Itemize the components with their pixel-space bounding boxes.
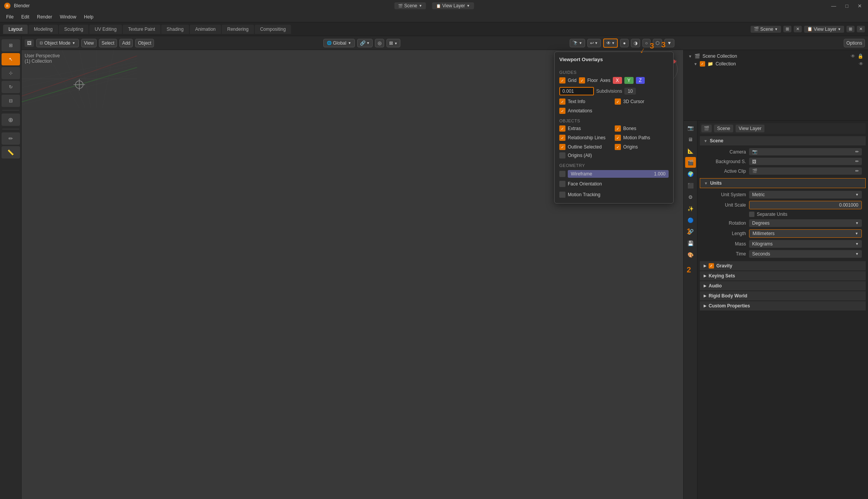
tab-compositing[interactable]: Compositing (255, 25, 291, 34)
motion-tracking-checkbox[interactable] (559, 192, 565, 198)
scene-props-icon[interactable]: 🎬 (685, 157, 696, 168)
modifier-props-icon[interactable]: ⚙ (685, 192, 696, 202)
gizmo-menu[interactable]: 🔭 ▼ (570, 39, 585, 47)
scale-tool[interactable]: ⊟ (2, 95, 20, 107)
maximize-button[interactable]: □ (843, 2, 851, 10)
custom-properties-header[interactable]: ▶ Custom Properties (700, 301, 866, 310)
menu-window[interactable]: Window (57, 13, 79, 21)
transform-space-dropdown[interactable]: 🌐 Global ▼ (323, 39, 355, 47)
keying-sets-header[interactable]: ▶ Keying Sets (700, 271, 866, 280)
cursor-3d-checkbox[interactable] (615, 98, 621, 105)
tab-uv-editing[interactable]: UV Editing (89, 25, 122, 34)
viewport-select-menu[interactable]: Select (99, 39, 117, 47)
grid-checkbox[interactable] (559, 77, 565, 83)
wireframe-shading[interactable]: ⬡ (653, 39, 662, 47)
annotations-checkbox[interactable] (559, 108, 565, 114)
menu-help[interactable]: Help (81, 13, 97, 21)
view-layer-props-icon[interactable]: 📐 (685, 145, 696, 156)
tab-texture-paint[interactable]: Texture Paint (123, 25, 161, 34)
props-view-layer-label[interactable]: View Layer (736, 125, 764, 132)
tab-rendering[interactable]: Rendering (222, 25, 254, 34)
viewport-view-menu[interactable]: View (81, 39, 97, 47)
origins-all-checkbox[interactable] (559, 152, 565, 159)
rotation-dropdown[interactable]: Degrees ▼ (749, 219, 862, 227)
scene-section-header[interactable]: ▼ Scene (700, 136, 866, 145)
tab-modeling[interactable]: Modeling (28, 25, 58, 34)
solid-shading[interactable]: ● (620, 39, 628, 47)
scene-collection-item[interactable]: ▼ 🎬 Scene Collection 👁 🔒 (686, 52, 866, 60)
physics-props-icon[interactable]: 🔵 (685, 215, 696, 225)
object-props-icon[interactable]: ⬛ (685, 180, 696, 191)
collection-checkbox[interactable]: ✓ (700, 61, 705, 67)
floor-checkbox[interactable] (579, 77, 585, 83)
origins-checkbox[interactable] (615, 144, 621, 150)
world-props-icon[interactable]: 🌍 (685, 169, 696, 179)
scene-restrict-icon[interactable]: 🔒 (858, 53, 863, 59)
delete-scene-button[interactable]: ✕ (794, 26, 802, 32)
unit-system-dropdown[interactable]: Metric ▼ (749, 191, 862, 199)
tab-layout[interactable]: Layout (3, 25, 28, 34)
extras-checkbox[interactable] (559, 125, 565, 132)
move-tool[interactable]: ⊹ (2, 67, 20, 79)
editor-type-icon[interactable]: 🖼 (25, 39, 34, 47)
rotate-tool[interactable]: ↻ (2, 81, 20, 93)
menu-render[interactable]: Render (34, 13, 55, 21)
length-dropdown[interactable]: Millimeters ▼ (749, 229, 862, 238)
rigid-body-world-header[interactable]: ▶ Rigid Body World (700, 291, 866, 300)
viewport-display-mode[interactable]: ↩ ▼ (587, 39, 601, 47)
gravity-section-header[interactable]: ▶ ✓ Gravity (700, 261, 866, 270)
motion-paths-checkbox[interactable] (615, 135, 621, 141)
cursor-tool[interactable]: ↖ (2, 53, 20, 65)
annotate-tool[interactable]: ✏ (2, 132, 20, 145)
viewport-add-menu[interactable]: Add (119, 39, 133, 47)
face-orientation-checkbox[interactable] (559, 181, 565, 187)
active-clip-dropdown[interactable]: 🎬 ✏ (749, 167, 862, 175)
text-info-checkbox[interactable] (559, 98, 565, 105)
options-dropdown[interactable]: Options (844, 39, 865, 47)
time-dropdown[interactable]: Seconds ▼ (749, 250, 862, 258)
viewport-overlays-button[interactable]: 👁 ▼ (603, 38, 618, 48)
axis-z-button[interactable]: Z (636, 77, 645, 84)
units-section-header[interactable]: ▼ Units (700, 178, 866, 188)
overlay-dropdown[interactable]: ⊠ ▼ (386, 39, 400, 47)
tab-shading[interactable]: Shading (161, 25, 189, 34)
view-layer-dropdown[interactable]: 📋 View Layer ▼ (432, 2, 474, 9)
tab-animation[interactable]: Animation (190, 25, 221, 34)
new-view-layer-button[interactable]: ⊞ (846, 26, 855, 32)
collection-item[interactable]: ▼ ✓ 📁 Collection 👁 (686, 60, 866, 68)
separate-units-checkbox[interactable] (749, 212, 754, 217)
relationship-lines-checkbox[interactable] (559, 135, 565, 141)
render-props-icon[interactable]: 📷 (685, 122, 696, 133)
audio-header[interactable]: ▶ Audio (700, 281, 866, 290)
outline-selected-checkbox[interactable] (559, 144, 565, 150)
select-box-tool[interactable]: ⊞ (2, 39, 20, 52)
bg-shaders-dropdown[interactable]: 🖼 ✏ (749, 158, 862, 165)
data-props-icon[interactable]: 💾 (685, 238, 696, 249)
material-shading[interactable]: ◑ (631, 39, 640, 47)
camera-dropdown[interactable]: 📷 ✏ (749, 148, 862, 155)
close-button[interactable]: ✕ (855, 2, 864, 10)
menu-edit[interactable]: Edit (18, 13, 32, 21)
3d-cursor-tool[interactable]: ⊕ (2, 113, 20, 126)
scene-eye-icon[interactable]: 👁 (851, 53, 855, 59)
bones-checkbox[interactable] (615, 125, 621, 132)
props-scene-label[interactable]: Scene (714, 125, 733, 132)
gravity-checkbox[interactable]: ✓ (709, 263, 714, 269)
proportional-editing[interactable]: ◎ (375, 39, 384, 47)
menu-file[interactable]: File (3, 13, 17, 21)
view-layer-dropdown-top[interactable]: 📋 View Layer ▼ (804, 26, 844, 33)
wireframe-checkbox[interactable] (559, 171, 565, 177)
props-header-icon[interactable]: 🎬 (701, 125, 712, 132)
shading-options[interactable]: ▼ (664, 39, 674, 47)
scale-input[interactable] (559, 87, 594, 95)
new-scene-button[interactable]: ⊞ (783, 26, 791, 32)
delete-view-layer-button[interactable]: ✕ (857, 26, 865, 32)
minimize-button[interactable]: — (829, 2, 838, 10)
axis-x-button[interactable]: X (613, 77, 622, 84)
material-props-icon[interactable]: 🎨 (685, 249, 696, 260)
viewport-object-menu[interactable]: Object (135, 39, 154, 47)
axis-y-button[interactable]: Y (624, 77, 634, 84)
measure-tool[interactable]: 📏 (2, 146, 20, 159)
particles-props-icon[interactable]: ✨ (685, 203, 696, 214)
scene-dropdown[interactable]: 🎬 Scene ▼ (394, 2, 426, 9)
